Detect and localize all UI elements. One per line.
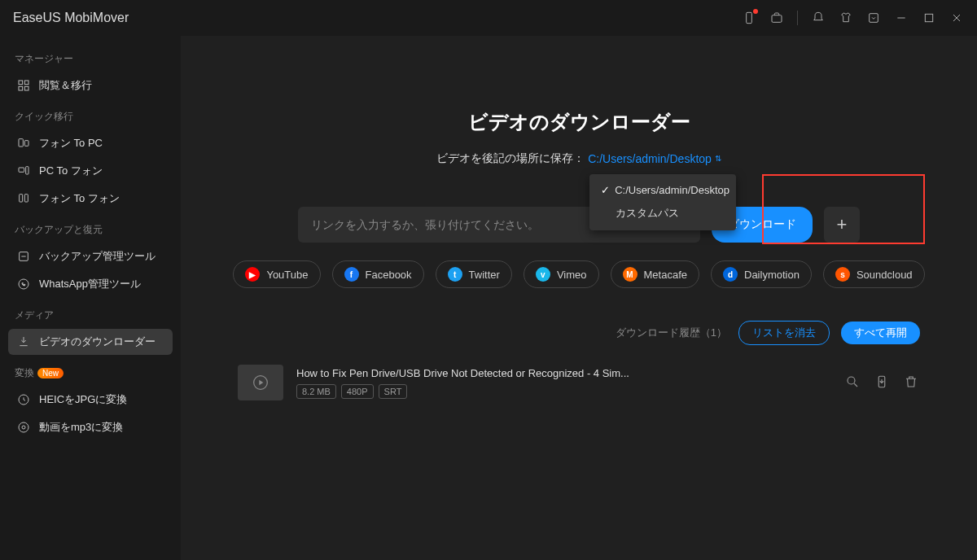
sidebar-item-label: フォン To PC — [39, 136, 103, 151]
site-vimeo[interactable]: vVimeo — [524, 260, 599, 288]
svg-rect-0 — [747, 12, 752, 23]
shirt-icon[interactable] — [839, 11, 853, 25]
svg-rect-13 — [19, 168, 24, 172]
new-badge: New — [37, 368, 64, 378]
svg-rect-9 — [19, 86, 23, 90]
option-label: カスタムパス — [616, 206, 679, 221]
svg-point-21 — [22, 426, 25, 429]
site-label: Soundcloud — [857, 269, 913, 281]
svg-rect-15 — [20, 195, 23, 202]
phone-to-phone-icon — [16, 191, 31, 206]
sidebar-item[interactable]: 閲覧＆移行 — [8, 72, 173, 98]
heic-icon — [16, 392, 31, 407]
option-label: C:/Users/admin/Desktop — [615, 184, 729, 196]
svg-point-20 — [19, 422, 28, 432]
sidebar-item-label: HEICをJPGに変換 — [39, 392, 127, 407]
whatsapp-icon — [16, 277, 31, 291]
soundcloud-icon: s — [835, 267, 850, 282]
section-label: クイック移行 — [8, 100, 173, 129]
dropdown-option[interactable]: カスタムパス — [589, 201, 736, 225]
dailymotion-icon: d — [723, 267, 738, 282]
sidebar-item-label: バックアップ管理ツール — [39, 249, 156, 264]
video-thumbnail[interactable] — [238, 365, 283, 400]
save-location-row: ビデオを後記の場所に保存： C:/Users/admin/Desktop ⇅ ✓… — [436, 151, 721, 166]
youtube-icon: ▶ — [245, 267, 260, 282]
download-item: How to Fix Pen Drive/USB Drive Not Detec… — [213, 357, 944, 409]
pc-to-phone-icon — [16, 164, 31, 178]
vimeo-icon: v — [536, 267, 550, 282]
sidebar-item[interactable]: WhatsApp管理ツール — [8, 271, 173, 297]
delete-icon[interactable] — [904, 374, 920, 391]
svg-point-24 — [848, 377, 855, 384]
svg-rect-4 — [925, 14, 932, 21]
site-twitter[interactable]: tTwitter — [436, 260, 512, 288]
save-path-value: C:/Users/admin/Desktop — [588, 152, 712, 165]
briefcase-icon[interactable] — [769, 11, 784, 25]
meta-tag: SRT — [379, 384, 408, 399]
sidebar-item[interactable]: フォン To フォン — [8, 186, 173, 212]
save-prefix: ビデオを後記の場所に保存： — [436, 151, 585, 166]
add-button[interactable]: + — [824, 207, 860, 243]
site-dailymotion[interactable]: dDailymotion — [711, 260, 812, 288]
svg-rect-8 — [24, 81, 28, 85]
site-facebook[interactable]: fFacebook — [332, 260, 424, 288]
site-label: Facebook — [366, 269, 412, 281]
download-icon — [16, 335, 31, 349]
retry-all-button[interactable]: すべて再開 — [841, 322, 920, 344]
page-title: ビデオのダウンローダー — [468, 109, 690, 135]
clear-list-button[interactable]: リストを消去 — [738, 321, 830, 345]
svg-marker-23 — [259, 380, 263, 386]
meta-tag: 480P — [341, 384, 374, 399]
sidebar-item[interactable]: ビデオのダウンローダー — [8, 329, 173, 355]
section-label: マネージャー — [8, 42, 173, 71]
sort-icon: ⇅ — [715, 155, 721, 163]
svg-rect-10 — [24, 86, 28, 90]
main-content: ビデオのダウンローダー ビデオを後記の場所に保存： C:/Users/admin… — [181, 36, 977, 560]
sidebar-item[interactable]: フォン To PC — [8, 130, 173, 156]
search-icon[interactable] — [845, 374, 861, 391]
site-label: Dailymotion — [744, 269, 800, 281]
dropdown-icon[interactable] — [866, 11, 881, 25]
phone-connect-icon[interactable] — [742, 11, 756, 25]
svg-rect-14 — [26, 167, 28, 174]
check-icon: ✓ — [601, 184, 610, 196]
site-label: Vimeo — [557, 269, 587, 281]
sidebar-item[interactable]: 動画をmp3に変換 — [8, 414, 173, 440]
section-label: バックアップと復元 — [8, 213, 173, 242]
minimize-icon[interactable] — [894, 11, 909, 25]
site-label: Metacafe — [644, 269, 687, 281]
bell-icon[interactable] — [811, 11, 826, 25]
save-path-dropdown[interactable]: C:/Users/admin/Desktop ⇅ — [588, 152, 721, 165]
audio-icon — [16, 420, 31, 435]
site-shortcuts: ▶YouTubefFacebooktTwittervVimeoMMetacafe… — [233, 260, 924, 288]
site-youtube[interactable]: ▶YouTube — [233, 260, 320, 288]
sidebar-item[interactable]: PC To フォン — [8, 158, 173, 184]
svg-rect-12 — [24, 141, 28, 147]
sidebar: マネージャー閲覧＆移行クイック移行フォン To PCPC To フォンフォン T… — [0, 36, 181, 560]
svg-line-25 — [854, 383, 857, 387]
site-label: Twitter — [469, 269, 500, 281]
sidebar-item-label: ビデオのダウンローダー — [39, 335, 156, 349]
section-label: 変換New — [8, 357, 173, 385]
sidebar-item[interactable]: HEICをJPGに変換 — [8, 387, 173, 413]
site-label: YouTube — [266, 269, 308, 281]
site-metacafe[interactable]: MMetacafe — [611, 260, 699, 288]
close-icon[interactable] — [949, 11, 964, 25]
grid-icon — [16, 78, 31, 93]
sidebar-item[interactable]: バックアップ管理ツール — [8, 243, 173, 269]
section-label: メディア — [8, 299, 173, 327]
video-title: How to Fix Pen Drive/USB Drive Not Detec… — [296, 367, 832, 379]
sidebar-item-label: WhatsApp管理ツール — [39, 277, 141, 291]
svg-rect-7 — [19, 81, 23, 85]
svg-rect-2 — [870, 14, 878, 23]
sidebar-item-label: PC To フォン — [39, 164, 103, 178]
transfer-icon[interactable] — [874, 374, 891, 391]
dropdown-option[interactable]: ✓C:/Users/admin/Desktop — [589, 179, 736, 201]
app-title: EaseUS MobiMover — [13, 11, 129, 25]
sidebar-item-label: 動画をmp3に変換 — [39, 420, 123, 435]
site-soundcloud[interactable]: sSoundcloud — [823, 260, 925, 288]
meta-tag: 8.2 MB — [296, 384, 336, 399]
maximize-icon[interactable] — [922, 11, 936, 25]
history-count: ダウンロード履歴（1） — [616, 326, 727, 340]
svg-rect-16 — [24, 195, 28, 202]
